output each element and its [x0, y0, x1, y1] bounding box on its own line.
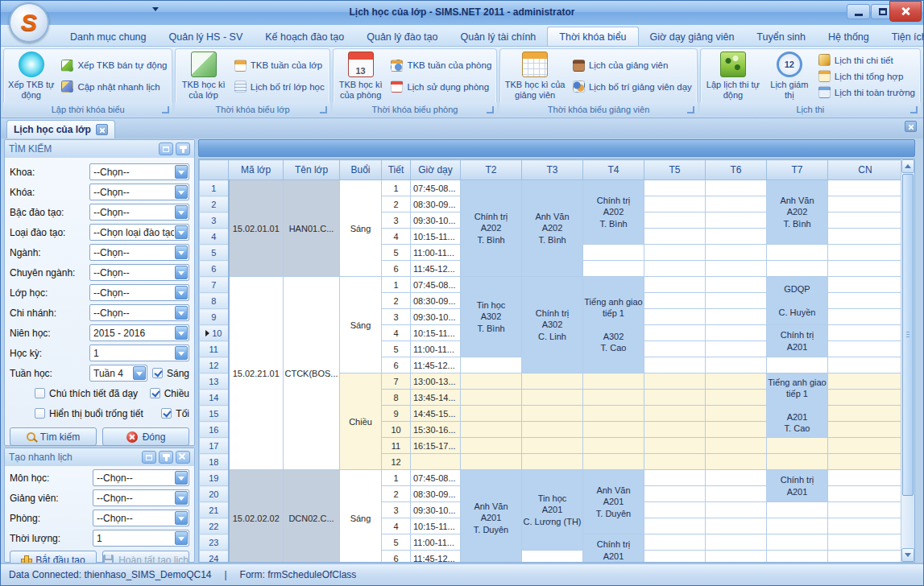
schedule-entry[interactable]: Anh Văn A202 T. Bình	[522, 180, 583, 277]
row-number[interactable]: 9	[200, 309, 229, 325]
ribbon-button[interactable]: Xếp TKB tự động	[5, 50, 57, 102]
row-number[interactable]: 7	[200, 277, 229, 293]
schedule-cell[interactable]	[767, 438, 828, 454]
schedule-entry[interactable]: Chính trị A202 T. Bình	[461, 180, 522, 277]
schedule-cell[interactable]	[706, 293, 767, 309]
column-header[interactable]	[200, 160, 229, 180]
app-logo[interactable]: S	[9, 2, 49, 43]
schedule-cell[interactable]	[706, 213, 767, 229]
menu-tab[interactable]: Quản lý tài chính	[449, 27, 547, 46]
time-cell[interactable]: 11:00-11...	[411, 341, 461, 357]
session-cell[interactable]: Chiều	[340, 373, 382, 470]
schedule-cell[interactable]	[828, 406, 903, 422]
chevron-down-icon[interactable]	[175, 165, 188, 179]
session-cell[interactable]: Sáng	[340, 180, 382, 277]
schedule-cell[interactable]	[644, 213, 706, 229]
search-field-dropdown[interactable]: 2015 - 2016	[89, 324, 189, 341]
period-cell[interactable]: 3	[382, 502, 411, 518]
time-cell[interactable]: 09:30-10...	[411, 213, 461, 229]
schedule-entry[interactable]: Tiếng anh giao tiếp 1 A302 T. Cao	[583, 277, 644, 373]
panel-pin-button[interactable]	[176, 142, 190, 155]
schedule-cell[interactable]	[828, 454, 903, 470]
schedule-entry[interactable]: Anh Văn A201 T. Duyên	[461, 470, 522, 563]
schedule-cell[interactable]	[828, 373, 903, 390]
time-cell[interactable]: 07:45-08...	[411, 470, 461, 486]
schedule-cell[interactable]	[828, 309, 903, 325]
schedule-cell[interactable]	[583, 245, 644, 261]
quick-field-dropdown[interactable]: --Chọn--	[93, 510, 189, 526]
time-cell[interactable]: 11:45-12...	[411, 357, 461, 373]
ribbon-button[interactable]: Cập nhật nhanh lịch	[61, 80, 167, 93]
time-cell[interactable]: 08:30-09...	[411, 196, 461, 213]
schedule-cell[interactable]	[644, 277, 706, 293]
workspace-close-button[interactable]	[905, 121, 917, 132]
session-cell[interactable]: Sáng	[340, 470, 382, 563]
schedule-cell[interactable]	[828, 196, 903, 213]
time-cell[interactable]: 07:45-08...	[411, 277, 461, 293]
row-number[interactable]: 17	[200, 438, 229, 454]
schedule-cell[interactable]	[644, 438, 706, 454]
period-cell[interactable]: 3	[382, 309, 411, 325]
search-field-dropdown[interactable]: --Chọn--	[89, 264, 189, 281]
schedule-cell[interactable]	[522, 373, 583, 390]
schedule-cell[interactable]	[522, 438, 583, 454]
schedule-cell[interactable]	[828, 502, 903, 518]
dialog-launcher-icon[interactable]	[487, 106, 494, 113]
row-number[interactable]: 13	[200, 373, 229, 390]
menu-tab[interactable]: Danh mục chung	[59, 27, 158, 46]
schedule-cell[interactable]	[828, 357, 903, 373]
time-cell[interactable]: 16:15-17...	[411, 438, 461, 454]
schedule-cell[interactable]	[767, 357, 828, 373]
schedule-cell[interactable]	[644, 196, 706, 213]
schedule-cell[interactable]	[706, 325, 767, 341]
schedule-cell[interactable]	[644, 518, 706, 534]
schedule-entry[interactable]: Chính trị A201	[583, 534, 644, 563]
class-name-cell[interactable]: CTCK(BOS...	[284, 277, 340, 470]
scroll-down-button[interactable]	[901, 548, 914, 562]
period-cell[interactable]: 8	[382, 390, 411, 406]
schedule-cell[interactable]	[828, 438, 903, 454]
row-number[interactable]: 12	[200, 357, 229, 373]
schedule-cell[interactable]	[522, 454, 583, 470]
chevron-down-icon[interactable]	[175, 471, 188, 485]
dialog-launcher-icon[interactable]	[162, 106, 169, 113]
panel-collapse-button[interactable]	[142, 451, 156, 464]
ribbon-button[interactable]: TKB tuần của lớp	[234, 60, 325, 72]
scroll-up-button[interactable]	[901, 159, 914, 173]
schedule-cell[interactable]	[828, 341, 903, 357]
schedule-cell[interactable]	[706, 180, 767, 196]
ribbon-button[interactable]: Lịch của giảng viên	[573, 60, 692, 72]
session-cell[interactable]: Sáng	[340, 277, 382, 373]
scrollbar-thumb[interactable]	[902, 174, 914, 496]
ribbon-button[interactable]: Lịch bố trí giảng viên dạy	[573, 80, 692, 93]
column-header[interactable]: Mã lớp	[229, 160, 284, 180]
schedule-cell[interactable]	[706, 261, 767, 277]
schedule-cell[interactable]	[706, 551, 767, 563]
time-cell[interactable]: 14:45-15...	[411, 406, 461, 422]
schedule-cell[interactable]	[828, 261, 903, 277]
row-number[interactable]: 18	[200, 454, 229, 470]
period-cell[interactable]: 4	[382, 325, 411, 341]
schedule-cell[interactable]	[706, 454, 767, 470]
schedule-cell[interactable]	[767, 534, 828, 551]
time-cell[interactable]: 10:15-11...	[411, 518, 461, 534]
close-button[interactable]	[889, 1, 922, 22]
row-number[interactable]: 16	[200, 422, 229, 438]
chevron-down-icon[interactable]	[175, 491, 188, 505]
checkbox-chieu[interactable]	[150, 388, 160, 398]
time-cell[interactable]: 10:15-11...	[411, 325, 461, 341]
schedule-cell[interactable]	[828, 245, 903, 261]
week-dropdown[interactable]: Tuần 4	[89, 365, 147, 382]
column-header[interactable]: Tiết	[382, 160, 411, 180]
checkbox-hien-thi-buoi-trong-tiet[interactable]	[35, 408, 45, 419]
row-number[interactable]: 20	[200, 486, 229, 502]
period-cell[interactable]: 9	[382, 406, 411, 422]
schedule-cell[interactable]	[828, 534, 903, 551]
time-cell[interactable]: 11:00-11...	[411, 245, 461, 261]
schedule-cell[interactable]	[767, 518, 828, 534]
schedule-entry[interactable]: Tin học A302 T. Bình	[461, 277, 522, 357]
column-header[interactable]: Tên lớp	[284, 160, 340, 180]
ribbon-button[interactable]: Lịch thi chi tiết	[818, 54, 915, 66]
schedule-cell[interactable]	[767, 454, 828, 470]
menu-tab[interactable]: Giờ dạy giảng viên	[639, 27, 746, 46]
